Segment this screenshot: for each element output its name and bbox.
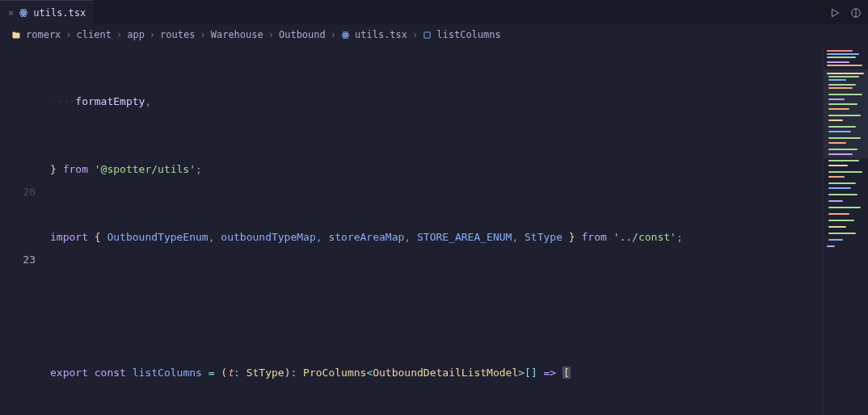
line-number (0, 203, 36, 226)
minimap-line (828, 165, 848, 166)
minimap-line (828, 79, 846, 81)
editor: 20 23 ····formatEmpty, } from '@spotter/… (0, 45, 868, 415)
minimap-line (828, 94, 862, 95)
line-number-current: 23 (0, 249, 36, 271)
minimap-line (828, 207, 861, 208)
minimap-line (828, 137, 861, 139)
minimap-line (827, 61, 849, 63)
minimap-line (828, 103, 857, 105)
chevron-right-icon: › (116, 29, 122, 40)
line-number (0, 316, 36, 339)
minimap[interactable] (823, 45, 868, 415)
code-line: import { OutboundTypeEnum, outboundTypeM… (50, 226, 823, 249)
minimap-line (828, 99, 845, 100)
chevron-right-icon: › (200, 29, 205, 40)
minimap-line (828, 226, 846, 228)
line-number (0, 362, 36, 384)
tab-filename: utils.tsx (33, 7, 86, 19)
folder-icon (11, 29, 21, 40)
line-number (0, 158, 36, 181)
minimap-line (828, 200, 843, 202)
code-line: export const listColumns = (t: StType): … (50, 362, 823, 384)
minimap-line (828, 119, 843, 121)
line-number-gutter: 20 23 (0, 45, 50, 415)
breadcrumb-item[interactable]: utils.tsx (355, 29, 407, 40)
minimap-line (827, 50, 853, 52)
breadcrumb: romerx › client › app › routes › Warehou… (0, 24, 868, 45)
line-number (0, 45, 36, 68)
minimap-line (828, 220, 854, 221)
minimap-line (828, 131, 851, 132)
tab-actions (829, 0, 862, 24)
breadcrumb-item[interactable]: app (127, 29, 145, 40)
breadcrumb-item[interactable]: Outbound (279, 29, 326, 40)
line-number (0, 339, 36, 362)
close-icon[interactable]: × (8, 7, 14, 19)
chevron-right-icon: › (150, 29, 155, 40)
minimap-line (828, 108, 849, 110)
svg-rect-10 (424, 32, 430, 38)
line-number (0, 90, 36, 113)
minimap-line (828, 194, 857, 195)
minimap-line (828, 182, 856, 184)
breadcrumb-item[interactable]: client (77, 29, 112, 40)
minimap-line (828, 126, 856, 128)
minimap-line (828, 153, 853, 155)
minimap-line (828, 76, 859, 78)
code-line: } from '@spotter/utils'; (50, 158, 823, 181)
minimap-line (828, 171, 862, 173)
chevron-right-icon: › (268, 29, 274, 40)
play-icon[interactable] (829, 6, 841, 19)
breadcrumb-item[interactable]: listColumns (436, 29, 500, 40)
minimap-line (827, 73, 864, 74)
react-file-icon (341, 29, 350, 40)
minimap-line (828, 149, 857, 150)
line-number (0, 384, 36, 407)
minimap-line (828, 115, 861, 116)
breadcrumb-item[interactable]: romerx (26, 29, 61, 40)
minimap-line (828, 84, 856, 86)
minimap-line (828, 160, 859, 161)
line-number (0, 113, 36, 136)
minimap-line (828, 187, 851, 189)
minimap-line (827, 57, 856, 58)
chevron-right-icon: › (65, 29, 71, 40)
line-number (0, 271, 36, 294)
minimap-line (828, 213, 849, 215)
minimap-line (827, 65, 862, 66)
line-number (0, 226, 36, 249)
minimap-viewport[interactable] (824, 69, 868, 158)
code-line (50, 294, 823, 316)
code-line: ····formatEmpty, (50, 90, 823, 113)
minimap-line (827, 245, 835, 247)
minimap-line (828, 87, 853, 89)
minimap-line (828, 142, 846, 144)
minimap-line (828, 239, 843, 241)
minimap-line (828, 176, 845, 178)
svg-point-6 (345, 35, 347, 36)
minimap-line (828, 233, 856, 234)
symbol-icon (423, 29, 432, 40)
line-number (0, 136, 36, 158)
tab-bar: × utils.tsx (0, 0, 868, 24)
tab-active[interactable]: × utils.tsx (0, 0, 94, 24)
line-number (0, 68, 36, 90)
breadcrumb-item[interactable]: Warehouse (211, 29, 263, 40)
svg-marker-4 (832, 9, 839, 16)
code-area[interactable]: ····formatEmpty, } from '@spotter/utils'… (50, 45, 823, 415)
chevron-right-icon: › (331, 29, 336, 40)
line-number (0, 294, 36, 316)
breadcrumb-item[interactable]: routes (160, 29, 195, 40)
chevron-right-icon: › (412, 29, 418, 40)
svg-point-0 (23, 12, 24, 14)
split-editor-icon[interactable] (850, 6, 862, 19)
line-number: 20 (0, 181, 36, 203)
minimap-line (827, 53, 859, 55)
react-file-icon (19, 7, 28, 19)
